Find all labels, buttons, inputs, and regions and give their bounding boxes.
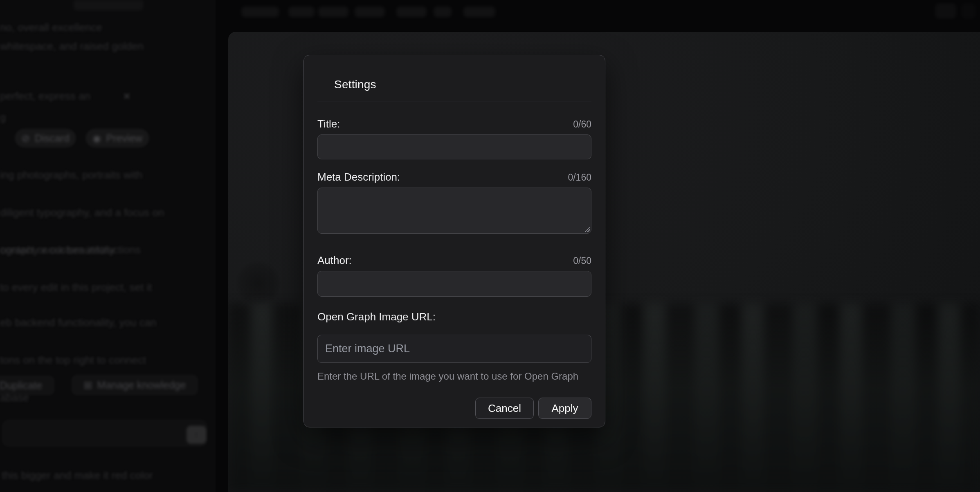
topbar-right-icon — [935, 3, 956, 19]
meta-description-label: Meta Description: — [317, 171, 400, 183]
author-field-row: Author: 0/50 — [317, 254, 591, 267]
author-input[interactable] — [317, 271, 591, 297]
manage-knowledge-button: ⊞ Manage knowledge — [72, 375, 198, 395]
send-icon: ↑ — [194, 429, 199, 441]
modal-button-row: Cancel Apply — [317, 398, 591, 419]
sidebar-text-line: whitespace, and raised golden — [0, 40, 144, 53]
duplicate-label: Duplicate — [0, 380, 42, 391]
cancel-button[interactable]: Cancel — [475, 398, 534, 419]
url-blob — [318, 7, 348, 17]
meta-description-counter: 0/160 — [568, 172, 591, 183]
title-label: Title: — [317, 118, 340, 130]
meta-description-textarea[interactable] — [317, 188, 591, 234]
close-icon: ✕ — [123, 91, 131, 102]
sidebar-bottom-line: this bigger and make it red color — [2, 469, 153, 482]
topbar-right-icon — [961, 3, 976, 19]
og-image-helper-text: Enter the URL of the image you want to u… — [317, 371, 591, 382]
manage-knowledge-icon: ⊞ — [84, 379, 92, 391]
background-sidebar: no, overall excellence whitespace, and r… — [0, 0, 216, 492]
url-blob — [288, 7, 315, 17]
sidebar-dismiss-row-text: perfect, express an — [0, 90, 90, 103]
discard-icon: ⊘ — [21, 132, 30, 144]
url-blob — [463, 7, 495, 17]
og-image-url-label: Open Graph Image URL: — [317, 311, 436, 323]
sidebar-divider — [0, 412, 216, 412]
settings-modal: Settings Title: 0/60 Meta Description: 0… — [303, 55, 605, 427]
author-label: Author: — [317, 254, 352, 267]
url-blob — [396, 7, 427, 17]
discard-button: ⊘ Discard — [15, 129, 76, 147]
url-blob — [355, 7, 385, 17]
discard-label: Discard — [35, 132, 70, 144]
preview-icon: ◉ — [92, 132, 101, 144]
sidebar-blurred-content: no, overall excellence whitespace, and r… — [0, 0, 216, 492]
url-blob — [241, 7, 279, 17]
duplicate-button: Duplicate — [0, 376, 54, 395]
title-input[interactable] — [317, 134, 591, 159]
manage-knowledge-label: Manage knowledge — [97, 379, 186, 391]
meta-description-field-row: Meta Description: 0/160 — [317, 171, 591, 183]
title-counter: 0/60 — [573, 119, 591, 130]
meta-description-wrapper — [317, 188, 591, 234]
sidebar-stray-char: g — [0, 111, 6, 124]
chat-input — [2, 420, 207, 446]
title-field-row: Title: 0/60 — [317, 118, 591, 130]
faint-circle-decoration — [235, 260, 281, 306]
send-button: ↑ — [187, 426, 206, 444]
og-image-url-input[interactable] — [317, 335, 591, 363]
topbar — [0, 0, 980, 32]
sidebar-paragraph: contact or custom instructions to every … — [0, 240, 209, 297]
og-image-field-row: Open Graph Image URL: — [317, 311, 591, 323]
modal-divider — [317, 101, 591, 101]
preview-label: Preview — [106, 132, 142, 144]
url-blob — [434, 7, 452, 17]
topbar-left-tab — [74, 0, 143, 11]
preview-button: ◉ Preview — [86, 129, 149, 147]
author-counter: 0/50 — [573, 255, 591, 266]
app-root: no, overall excellence whitespace, and r… — [0, 0, 980, 492]
apply-button[interactable]: Apply — [538, 398, 591, 419]
modal-title: Settings — [334, 78, 591, 91]
